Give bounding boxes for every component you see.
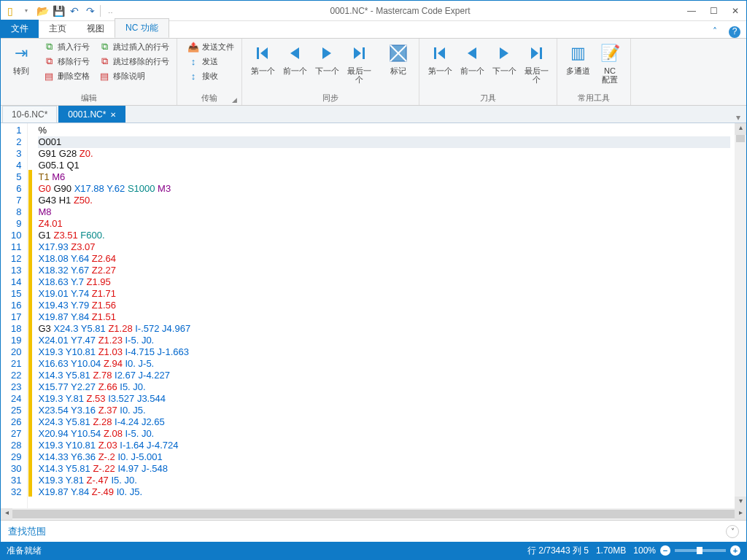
mark-icon — [387, 42, 410, 65]
code-line[interactable]: G0 G90 X17.88 Y.62 S1000 M3 — [38, 183, 730, 195]
change-marker — [28, 193, 32, 205]
code-line[interactable]: X14.3 Y5.81 Z.78 I2.67 J-4.227 — [38, 370, 730, 381]
code-line[interactable]: X19.01 Y.74 Z1.71 — [38, 288, 730, 300]
remove-line-button[interactable]: ⧉移除行号 — [40, 55, 93, 68]
maximize-button[interactable]: ☐ — [703, 2, 724, 20]
code-line[interactable]: X19.3 Y10.81 Z.03 I-1.64 J-4.724 — [38, 440, 730, 451]
code-line[interactable]: X19.87 Y.84 Z-.49 I0. J5. — [38, 486, 730, 498]
tab-view[interactable]: 视图 — [77, 20, 115, 38]
code-line[interactable]: % — [38, 125, 730, 136]
dialog-launcher-icon[interactable]: ◢ — [232, 96, 237, 104]
zoom-slider[interactable] — [675, 549, 726, 552]
change-marker — [28, 450, 32, 462]
scroll-thumb-h[interactable] — [12, 510, 735, 518]
scroll-left-icon[interactable]: ◂ — [1, 508, 12, 520]
code-line[interactable]: X19.3 Y.81 Z-.47 I5. J0. — [38, 475, 730, 486]
tab-nc[interactable]: NC 功能 — [115, 18, 169, 38]
undo-icon[interactable]: ↶ — [68, 4, 81, 18]
skip-insert-button[interactable]: ⧉跳过插入的行号 — [96, 40, 172, 53]
sync-next-button[interactable]: 下一个 — [311, 40, 343, 77]
code-editor[interactable]: %O001G91 G28 Z0.G05.1 Q1T1 M6G0 G90 X17.… — [34, 123, 735, 508]
scroll-track[interactable] — [735, 135, 746, 497]
multichannel-button[interactable]: ▥多通道 — [562, 40, 594, 77]
zoom-handle[interactable] — [697, 547, 703, 554]
skip-remove-button[interactable]: ⧉跳过移除的行号 — [96, 55, 172, 68]
zoom-out-button[interactable]: − — [660, 545, 670, 556]
goto-button[interactable]: ⇥ 转到 — [5, 40, 37, 77]
doc-tab-inactive[interactable]: 10-6.NC* — [2, 106, 57, 122]
code-line[interactable]: X24.01 Y7.47 Z1.23 I-5. J0. — [38, 335, 730, 346]
doc-tabs-dropdown-icon[interactable]: ▾ — [730, 112, 746, 122]
tool-prev-button[interactable]: 前一个 — [456, 40, 488, 77]
change-marker — [28, 368, 32, 380]
change-marker — [28, 123, 34, 135]
code-line[interactable]: G1 Z3.51 F600. — [38, 230, 730, 241]
change-marker — [28, 205, 32, 217]
doc-tab-active[interactable]: 0001.NC*✕ — [58, 106, 125, 122]
code-line[interactable]: X24.3 Y5.81 Z.28 I-4.24 J2.65 — [38, 416, 730, 428]
tool-last-button[interactable]: 最后一个 — [520, 40, 552, 85]
help-icon[interactable]: ? — [729, 26, 740, 38]
code-line[interactable]: X17.93 Z3.07 — [38, 241, 730, 253]
code-line[interactable]: X19.3 Y.81 Z.53 I3.527 J3.544 — [38, 393, 730, 405]
remove-blank-button[interactable]: ▤删除空格 — [40, 69, 93, 82]
tab-file[interactable]: 文件 — [1, 20, 39, 38]
close-button[interactable]: ✕ — [724, 2, 746, 20]
close-tab-icon[interactable]: ✕ — [110, 111, 116, 119]
receive-button[interactable]: ↕接收 — [185, 69, 237, 82]
horizontal-scrollbar[interactable]: ◂ ▸ — [1, 508, 746, 520]
sync-first-button[interactable]: 第一个 — [247, 40, 279, 77]
redo-icon[interactable]: ↷ — [84, 4, 97, 18]
code-line[interactable]: G43 H1 Z50. — [38, 195, 730, 206]
code-line[interactable]: G91 G28 Z0. — [38, 148, 730, 160]
scroll-up-icon[interactable]: ▴ — [735, 123, 746, 135]
vertical-scrollbar[interactable]: ▴ ▾ — [735, 123, 746, 508]
code-line[interactable]: X16.63 Y10.04 Z.94 I0. J-5. — [38, 358, 730, 370]
tool-next-button[interactable]: 下一个 — [488, 40, 520, 77]
code-line[interactable]: X18.32 Y.67 Z2.27 — [38, 265, 730, 276]
code-line[interactable]: Z4.01 — [38, 218, 730, 230]
remove-comment-button[interactable]: ▤移除说明 — [96, 69, 172, 82]
code-line[interactable]: G05.1 Q1 — [38, 160, 730, 171]
mark-button[interactable]: 标记 — [382, 40, 414, 77]
send-button[interactable]: ↕发送 — [185, 55, 237, 68]
code-line[interactable]: X15.77 Y2.27 Z.66 I5. J0. — [38, 381, 730, 393]
code-line[interactable]: X14.3 Y5.81 Z-.22 I4.97 J-.548 — [38, 463, 730, 475]
scroll-down-icon[interactable]: ▾ — [735, 497, 746, 508]
change-marker — [28, 485, 32, 497]
code-line[interactable]: G3 X24.3 Y5.81 Z1.28 I-.572 J4.967 — [38, 323, 730, 335]
code-line[interactable]: X19.3 Y10.81 Z1.03 I-4.715 J-1.663 — [38, 346, 730, 358]
separator — [100, 5, 101, 17]
code-line[interactable]: X18.63 Y.7 Z1.95 — [38, 276, 730, 288]
qat-more-icon[interactable]: ‥ — [104, 4, 117, 18]
tool-first-button[interactable]: 第一个 — [424, 40, 456, 77]
nav-prev-icon — [460, 42, 484, 65]
ribbon-collapse-icon[interactable]: ˄ — [713, 26, 724, 38]
code-line[interactable]: X19.87 Y.84 Z1.51 — [38, 311, 730, 323]
zoom-in-button[interactable]: + — [730, 545, 740, 556]
new-file-icon[interactable]: ▯ — [4, 4, 17, 18]
sync-last-button[interactable]: 最后一个 — [343, 40, 375, 85]
code-line[interactable]: X19.43 Y.79 Z1.56 — [38, 300, 730, 311]
open-icon[interactable]: 📂 — [36, 4, 49, 18]
save-icon[interactable]: 💾 — [52, 4, 65, 18]
scroll-thumb[interactable] — [736, 135, 745, 142]
nc-config-button[interactable]: 📝NC 配置 — [594, 40, 626, 85]
code-line[interactable]: X14.33 Y6.36 Z-.2 I0. J-5.001 — [38, 451, 730, 463]
code-line[interactable]: T1 M6 — [38, 171, 730, 183]
sync-prev-button[interactable]: 前一个 — [279, 40, 311, 77]
code-line[interactable]: X23.54 Y3.16 Z.37 I0. J5. — [38, 405, 730, 416]
tab-home[interactable]: 主页 — [39, 20, 77, 38]
send-file-button[interactable]: 📤发送文件 — [185, 40, 237, 53]
nav-next-icon — [492, 42, 516, 65]
scroll-right-icon[interactable]: ▸ — [735, 508, 746, 520]
code-line[interactable]: O001 — [38, 136, 730, 148]
code-line[interactable]: X18.08 Y.64 Z2.64 — [38, 253, 730, 265]
code-line[interactable]: X20.94 Y10.54 Z.08 I-5. J0. — [38, 428, 730, 440]
insert-line-button[interactable]: ⧉插入行号 — [40, 40, 93, 53]
chevron-down-icon[interactable]: ˅ — [726, 525, 739, 538]
minimize-button[interactable]: — — [681, 2, 703, 20]
scroll-track-h[interactable] — [12, 508, 735, 520]
code-line[interactable]: M8 — [38, 206, 730, 218]
qat-dropdown-icon[interactable]: ▾ — [20, 4, 33, 18]
